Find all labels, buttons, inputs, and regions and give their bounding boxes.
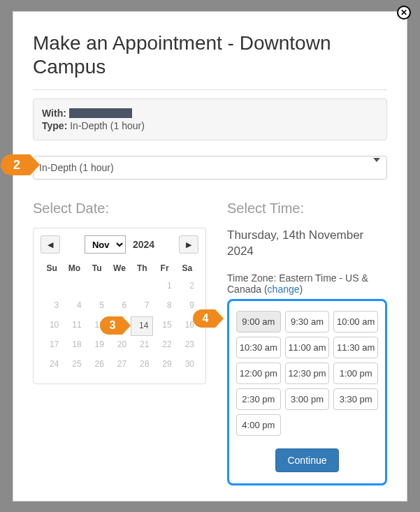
time-slot[interactable]: 9:00 am (236, 311, 281, 332)
info-with: With: (42, 108, 378, 119)
tz-close: ) (300, 284, 303, 295)
type-value: In-Depth (1 hour) (70, 120, 145, 131)
time-slot[interactable]: 12:00 pm (236, 363, 281, 384)
time-slot[interactable]: 11:30 am (333, 337, 378, 358)
timezone-label: Time Zone: Eastern Time - US & Canada (c… (227, 272, 387, 295)
time-slot[interactable]: 3:00 pm (285, 388, 330, 410)
divider (33, 89, 387, 90)
calendar-day: 17 (41, 336, 63, 356)
time-slot[interactable]: 9:30 am (285, 311, 330, 332)
time-slot-panel: 9:00 am9:30 am10:00 am10:30 am11:00 am11… (227, 299, 387, 485)
calendar-day (131, 277, 153, 297)
weekday-header: Sa (176, 259, 198, 277)
step-marker-2: 2 (1, 154, 30, 175)
calendar-day: 30 (176, 356, 198, 375)
calendar-day: 4 (63, 297, 85, 316)
calendar-day: 26 (86, 356, 108, 375)
time-slot[interactable]: 10:00 am (333, 311, 378, 332)
time-slot[interactable]: 4:00 pm (236, 414, 281, 436)
time-slot[interactable]: 11:00 am (285, 337, 330, 358)
time-slot[interactable]: 10:30 am (236, 337, 281, 358)
calendar-day[interactable]: 14 (131, 316, 153, 336)
calendar-day: 19 (86, 336, 108, 356)
calendar-day (63, 277, 85, 297)
with-label: With: (42, 108, 66, 119)
calendar-day: 11 (63, 316, 85, 336)
info-type: Type: In-Depth (1 hour) (42, 120, 378, 131)
calendar-day: 15 (153, 316, 175, 336)
calendar-day: 5 (86, 297, 108, 316)
calendar-day (41, 277, 63, 297)
step-marker-3: 3 (100, 316, 122, 335)
calendar-day: 27 (108, 356, 131, 375)
weekday-header: Th (131, 259, 153, 277)
calendar-day: 20 (108, 336, 131, 356)
time-slot[interactable]: 2:30 pm (236, 388, 281, 410)
calendar-day: 7 (131, 297, 153, 316)
calendar-day: 3 (41, 297, 63, 316)
selected-date-label: Thursday, 14th November 2024 (227, 228, 387, 260)
calendar-day: 18 (63, 336, 85, 356)
calendar-day: 8 (153, 297, 175, 316)
close-icon[interactable]: ✕ (397, 6, 411, 20)
calendar-day: 24 (41, 356, 63, 375)
calendar-day: 22 (153, 336, 175, 356)
next-month-button[interactable]: ▶ (179, 235, 198, 254)
background-page (4, 0, 13, 512)
appointment-info: With: Type: In-Depth (1 hour) (33, 98, 387, 140)
prev-month-button[interactable]: ◀ (41, 235, 60, 254)
time-slot[interactable]: 3:30 pm (333, 388, 378, 410)
calendar-day: 6 (108, 297, 131, 316)
calendar-day: 10 (41, 316, 63, 336)
calendar-year: 2024 (133, 239, 154, 250)
select-time-heading: Select Time: (227, 200, 387, 217)
calendar-day (108, 277, 131, 297)
weekday-header: We (108, 259, 131, 277)
weekday-header: Su (41, 259, 63, 277)
calendar-day: 21 (131, 336, 153, 356)
weekday-header: Fr (153, 259, 175, 277)
appointment-type-select[interactable]: In-Depth (1 hour) (33, 156, 387, 180)
continue-button[interactable]: Continue (275, 448, 338, 472)
calendar-day: 25 (63, 356, 85, 375)
select-date-heading: Select Date: (33, 200, 206, 217)
step-marker-4: 4 (193, 309, 215, 328)
calendar-day: 29 (153, 356, 175, 375)
change-timezone-link[interactable]: change (268, 284, 300, 295)
calendar-day: 2 (176, 277, 198, 297)
calendar-day: 1 (153, 277, 175, 297)
calendar-day (86, 277, 108, 297)
calendar: ◀ Nov 2024 ▶ SuMoTuWeThFrSa 123456789101… (33, 228, 206, 384)
time-slot[interactable]: 12:30 pm (285, 363, 330, 384)
calendar-day: 28 (131, 356, 153, 375)
month-select[interactable]: Nov (85, 235, 126, 254)
appointment-modal: ✕ Make an Appointment - Downtown Campus … (13, 11, 407, 502)
weekday-header: Mo (63, 259, 85, 277)
dialog-title: Make an Appointment - Downtown Campus (33, 31, 387, 78)
weekday-header: Tu (86, 259, 108, 277)
with-value-redacted (69, 108, 132, 118)
calendar-day: 23 (176, 336, 198, 356)
time-slot[interactable]: 1:00 pm (333, 363, 378, 384)
type-label: Type: (42, 120, 67, 131)
